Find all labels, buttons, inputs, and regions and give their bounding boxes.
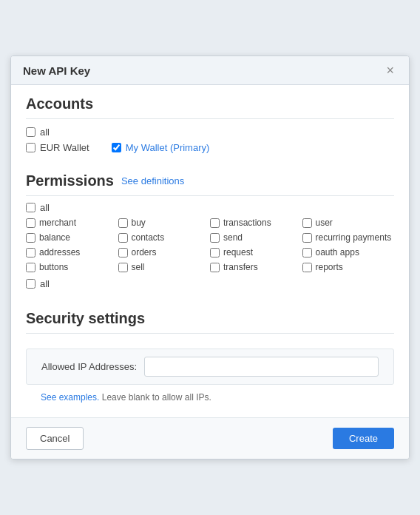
- perm-transfers-label[interactable]: transfers: [223, 262, 258, 272]
- cancel-button[interactable]: Cancel: [26, 427, 84, 450]
- perm-request-label[interactable]: request: [223, 247, 253, 258]
- permissions-section-title: Permissions: [26, 172, 114, 189]
- accounts-all-checkbox[interactable]: [26, 127, 35, 137]
- perm-contacts-checkbox[interactable]: [118, 233, 128, 243]
- accounts-section-title: Accounts: [26, 85, 394, 118]
- see-examples-link[interactable]: See examples.: [41, 392, 99, 403]
- perm-request: request: [210, 247, 302, 258]
- perm-addresses: addresses: [26, 247, 118, 258]
- perm-reports: reports: [302, 262, 395, 272]
- perm-buy-label[interactable]: buy: [132, 218, 146, 228]
- perm-contacts-label[interactable]: contacts: [132, 232, 165, 243]
- perm-buttons-checkbox[interactable]: [26, 263, 35, 272]
- perm-transfers: transfers: [210, 262, 302, 272]
- security-section-title: Security settings: [26, 300, 394, 333]
- perm-contacts: contacts: [118, 232, 211, 243]
- permissions-all-bottom-checkbox[interactable]: [26, 279, 35, 289]
- new-api-key-dialog: New API Key × Accounts all EUR Wallet My…: [10, 55, 410, 460]
- perm-orders-checkbox[interactable]: [118, 248, 128, 258]
- perm-reports-checkbox[interactable]: [302, 263, 312, 272]
- wallets-row: EUR Wallet My Wallet (Primary): [26, 142, 394, 153]
- permissions-section: all merchant buy transactions: [26, 196, 394, 300]
- ip-hint-text: Leave blank to allow all IPs.: [99, 392, 211, 403]
- perm-balance-label[interactable]: balance: [39, 232, 70, 243]
- perm-user: user: [302, 218, 395, 228]
- ip-row: Allowed IP Addresses:: [26, 349, 394, 385]
- perm-user-checkbox[interactable]: [302, 218, 312, 228]
- accounts-all-label[interactable]: all: [40, 127, 50, 138]
- perm-merchant: merchant: [26, 218, 118, 228]
- accounts-section: all EUR Wallet My Wallet (Primary): [26, 119, 394, 162]
- eur-wallet-label[interactable]: EUR Wallet: [40, 142, 89, 153]
- dialog-body: Accounts all EUR Wallet My Wallet (Prima…: [11, 85, 409, 417]
- perm-buttons: buttons: [26, 262, 118, 272]
- create-button[interactable]: Create: [333, 428, 394, 449]
- perm-sell-checkbox[interactable]: [118, 263, 128, 272]
- perm-transactions-label[interactable]: transactions: [223, 218, 271, 228]
- my-wallet-label[interactable]: My Wallet (Primary): [126, 142, 210, 153]
- dialog-title: New API Key: [23, 64, 90, 77]
- accounts-all-row: all: [26, 127, 394, 138]
- ip-label: Allowed IP Addresses:: [41, 361, 137, 372]
- ip-input[interactable]: [144, 357, 379, 377]
- see-definitions-link[interactable]: See definitions: [121, 175, 184, 186]
- permissions-grid: merchant buy transactions user: [26, 218, 394, 272]
- perm-addresses-label[interactable]: addresses: [39, 247, 80, 258]
- perm-send: send: [210, 232, 302, 243]
- eur-wallet-item: EUR Wallet: [26, 142, 89, 153]
- permissions-all-top-row: all: [26, 202, 394, 213]
- perm-reports-label[interactable]: reports: [316, 262, 343, 272]
- permissions-all-bottom-label[interactable]: all: [40, 278, 50, 289]
- perm-recurring-payments: recurring payments: [302, 232, 395, 243]
- perm-recurring-label[interactable]: recurring payments: [316, 232, 392, 243]
- perm-sell-label[interactable]: sell: [132, 262, 145, 272]
- perm-addresses-checkbox[interactable]: [26, 248, 35, 258]
- perm-oauth-checkbox[interactable]: [302, 248, 312, 258]
- permissions-header: Permissions See definitions: [26, 162, 394, 195]
- perm-merchant-checkbox[interactable]: [26, 218, 35, 228]
- perm-buy-checkbox[interactable]: [118, 218, 128, 228]
- perm-recurring-checkbox[interactable]: [302, 233, 312, 243]
- perm-orders-label[interactable]: orders: [132, 247, 157, 258]
- perm-transfers-checkbox[interactable]: [210, 263, 220, 272]
- perm-transactions: transactions: [210, 218, 302, 228]
- perm-balance-checkbox[interactable]: [26, 233, 35, 243]
- dialog-header: New API Key ×: [11, 56, 409, 85]
- my-wallet-item: My Wallet (Primary): [112, 142, 210, 153]
- perm-user-label[interactable]: user: [316, 218, 333, 228]
- permissions-all-top-checkbox[interactable]: [26, 203, 35, 212]
- perm-send-label[interactable]: send: [223, 232, 243, 243]
- security-section: Allowed IP Addresses: See examples. Leav…: [26, 334, 394, 417]
- perm-buy: buy: [118, 218, 211, 228]
- perm-balance: balance: [26, 232, 118, 243]
- permissions-all-bottom-row: all: [26, 278, 394, 289]
- permissions-all-top-label[interactable]: all: [40, 202, 50, 213]
- my-wallet-checkbox[interactable]: [112, 143, 121, 152]
- perm-orders: orders: [118, 247, 211, 258]
- perm-buttons-label[interactable]: buttons: [39, 262, 68, 272]
- dialog-footer: Cancel Create: [11, 417, 409, 459]
- perm-transactions-checkbox[interactable]: [210, 218, 220, 228]
- perm-oauth-apps: oauth apps: [302, 247, 395, 258]
- perm-merchant-label[interactable]: merchant: [39, 218, 76, 228]
- ip-hint: See examples. Leave blank to allow all I…: [26, 392, 394, 410]
- close-button[interactable]: ×: [383, 64, 397, 77]
- perm-sell: sell: [118, 262, 211, 272]
- perm-request-checkbox[interactable]: [210, 248, 220, 258]
- eur-wallet-checkbox[interactable]: [26, 143, 35, 152]
- perm-send-checkbox[interactable]: [210, 233, 220, 243]
- perm-oauth-label[interactable]: oauth apps: [316, 247, 359, 258]
